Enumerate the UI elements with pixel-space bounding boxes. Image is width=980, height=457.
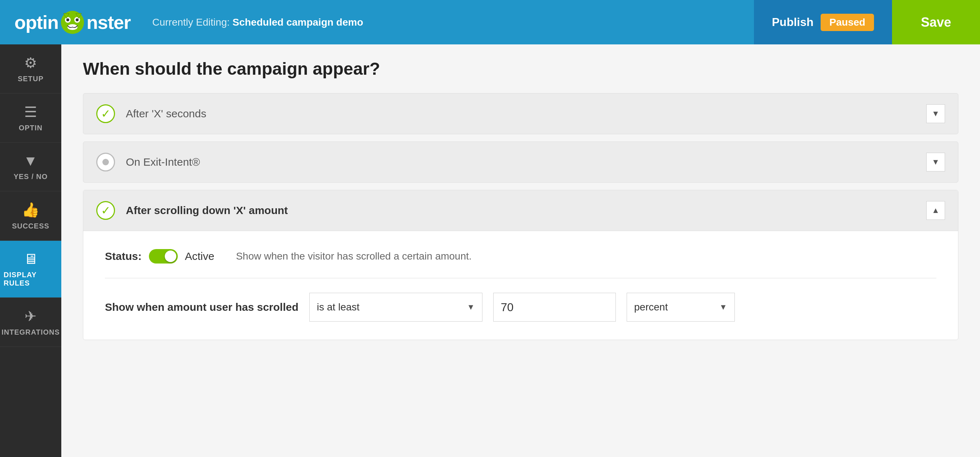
sidebar-item-yes-no[interactable]: ▼ YES / NO [0,142,61,191]
integrations-icon: ✈ [24,308,37,324]
sidebar-item-display-rules[interactable]: 🖥 DISPLAY RULES [0,241,61,298]
sidebar-label-display-rules: DISPLAY RULES [3,271,58,288]
status-row: Status: Active Show when the visitor has… [105,249,936,264]
rule-icon-after-scrolling: ✓ [96,201,115,220]
rule-card-after-x-seconds: ✓ After 'X' seconds ▼ [83,93,958,134]
gear-icon: ⚙ [24,54,38,71]
divider [105,278,936,278]
scroll-condition-row: Show when amount user has scrolled is at… [105,293,936,322]
rule-card-exit-intent: On Exit-Intent® ▼ [83,142,958,183]
rule-label-after-scrolling: After scrolling down 'X' amount [126,204,926,217]
logo-text-part1: optin [14,11,59,33]
publish-section: Publish Paused [754,0,892,45]
rule-header-after-x-seconds[interactable]: ✓ After 'X' seconds ▼ [83,93,958,134]
logo: optin nster [14,10,130,35]
condition-dropdown-arrow-icon: ▼ [467,302,475,312]
rule-header-after-scrolling[interactable]: ✓ After scrolling down 'X' amount ▲ [83,190,958,231]
sidebar-label-integrations: INTEGRATIONS [2,328,60,336]
status-description: Show when the visitor has scrolled a cer… [236,251,472,262]
sidebar-label-optin: OPTIN [19,124,43,132]
unit-dropdown[interactable]: percent ▼ [627,293,735,322]
rule-body-after-scrolling: Status: Active Show when the visitor has… [83,231,958,340]
header-right: Publish Paused Save [754,0,980,45]
optin-icon: ☰ [24,104,38,120]
currently-editing: Currently Editing: Scheduled campaign de… [152,17,363,28]
rule-header-exit-intent[interactable]: On Exit-Intent® ▼ [83,142,958,182]
unit-dropdown-arrow-icon: ▼ [719,302,727,312]
display-icon: 🖥 [24,251,38,267]
chevron-down-icon-2: ▼ [932,157,940,167]
sidebar-item-integrations[interactable]: ✈ INTEGRATIONS [0,298,61,347]
chevron-up-icon: ▲ [932,206,940,215]
condition-dropdown[interactable]: is at least ▼ [309,293,482,322]
rule-label-exit-intent: On Exit-Intent® [126,156,926,168]
sidebar-item-success[interactable]: 👍 SUCCESS [0,191,61,241]
toggle-thumb [165,251,176,262]
logo-monster-icon [60,10,85,35]
scroll-condition-label: Show when amount user has scrolled [105,301,299,313]
logo-text-part2: nster [86,11,130,33]
rule-label-after-x-seconds: After 'X' seconds [126,107,926,120]
checkmark-icon: ✓ [101,107,111,121]
rule-icon-after-x-seconds: ✓ [96,104,115,123]
rule-toggle-exit-intent[interactable]: ▼ [926,153,945,171]
rule-card-after-scrolling: ✓ After scrolling down 'X' amount ▲ Stat… [83,190,958,340]
thumbsup-icon: 👍 [22,201,40,218]
status-label: Status: [105,250,142,262]
checkmark-icon-2: ✓ [101,204,111,217]
rule-icon-exit-intent [96,153,115,171]
condition-dropdown-value: is at least [317,301,460,313]
save-button[interactable]: Save [892,0,980,45]
header: optin nster Currently Editing: Scheduled… [0,0,980,45]
sidebar-label-success: SUCCESS [12,222,49,230]
amount-value: 70 [501,301,514,314]
amount-input[interactable]: 70 [493,293,616,322]
paused-badge[interactable]: Paused [821,14,874,31]
sidebar-item-setup[interactable]: ⚙ SETUP [0,45,61,93]
page-title: When should the campaign appear? [83,59,958,79]
sidebar-item-optin[interactable]: ☰ OPTIN [0,93,61,142]
svg-point-3 [66,18,69,21]
sidebar-label-setup: SETUP [18,75,44,83]
rule-toggle-after-x-seconds[interactable]: ▼ [926,104,945,123]
radio-dot-icon [102,159,109,165]
sidebar: ⚙ SETUP ☰ OPTIN ▼ YES / NO 👍 SUCCESS 🖥 D… [0,45,61,457]
active-text: Active [185,250,215,262]
unit-dropdown-value: percent [634,301,712,313]
svg-point-4 [76,18,79,21]
sidebar-label-yes-no: YES / NO [14,173,48,181]
campaign-name: Scheduled campaign demo [232,17,363,28]
status-toggle[interactable] [149,249,178,264]
publish-label: Publish [772,16,814,29]
main-content: When should the campaign appear? ✓ After… [61,45,980,457]
filter-icon: ▼ [24,153,38,169]
rule-toggle-after-scrolling[interactable]: ▲ [926,201,945,220]
chevron-down-icon: ▼ [932,109,940,118]
